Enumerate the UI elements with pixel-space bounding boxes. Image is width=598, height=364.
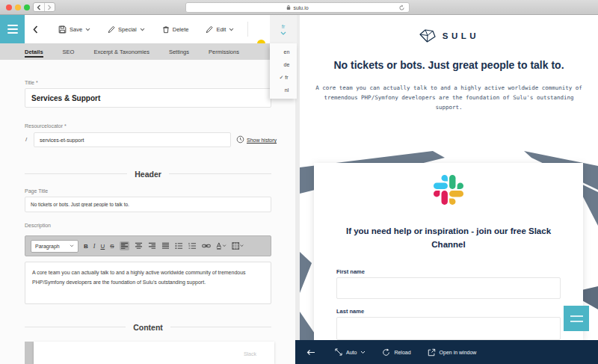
menu-icon[interactable] [0,15,25,43]
back-button[interactable] [33,25,38,34]
language-select[interactable]: fr [270,15,297,43]
preview-page-heading: No tickets or bots. Just great people to… [300,59,598,71]
tab-bar: Details SEO Excerpt & Taxonomies Setting… [0,43,271,60]
first-name-input[interactable] [336,277,561,299]
paragraph-style-label: Paragraph [35,244,60,249]
language-option-fr[interactable]: ✓ fr [270,71,297,84]
content-block[interactable]: Slack [34,342,274,364]
block-type-label: Slack [244,351,256,357]
reload-label: Reload [394,350,410,355]
check-icon: ✓ [278,75,283,81]
chevron-down-icon [229,28,234,31]
language-option-label: en [284,49,290,55]
delete-label: Delete [173,26,189,33]
last-name-input[interactable] [336,317,561,340]
numbered-list-icon[interactable] [188,242,197,250]
header-section-title: Header [135,170,161,179]
device-mode-label: Auto [346,350,357,355]
special-button[interactable]: Special [108,25,145,34]
close-window-icon[interactable] [6,4,12,10]
page-reload-icon[interactable] [398,4,405,11]
language-option-nl[interactable]: nl [270,84,297,96]
language-option-label: de [284,62,290,67]
resourcelocator-label: Resourcelocator * [25,123,67,129]
save-label: Save [70,26,82,33]
tab-details[interactable]: Details [25,43,43,60]
bullet-list-icon[interactable] [175,242,183,250]
delete-button[interactable]: Delete [162,25,189,34]
reload-preview-button[interactable]: Reload [382,348,410,357]
chevron-down-icon [280,31,286,35]
align-justify-icon[interactable] [161,242,170,250]
preview-sidebar-toggle-button[interactable] [564,306,589,331]
language-option-label: fr [285,75,288,80]
maximize-window-icon[interactable] [24,4,30,10]
block-drag-handle[interactable] [25,342,34,364]
preview-pane: SULU No tickets or bots. Just great peop… [295,15,598,364]
slack-section: If you need help or inspiration - join o… [300,151,598,340]
edit-label: Edit [216,26,226,33]
browser-back-icon[interactable] [34,3,44,11]
minimize-window-icon[interactable] [15,4,21,10]
save-button[interactable]: Save [58,25,90,34]
richtext-toolbar: Paragraph B I U S [25,235,271,256]
align-left-icon[interactable] [120,241,129,250]
browser-forward-icon[interactable] [44,3,55,11]
site-logo-text: SULU [443,31,479,40]
link-icon[interactable] [202,243,211,249]
language-option-en[interactable]: en [270,46,297,58]
back-icon [33,25,38,34]
italic-button[interactable]: I [93,243,96,250]
show-history-link[interactable]: Show history [247,138,277,143]
language-menu: en de ✓ fr nl [270,43,297,99]
open-in-window-button[interactable]: Open in window [428,348,477,357]
align-right-icon[interactable] [148,242,156,250]
paragraph-style-select[interactable]: Paragraph [31,240,78,253]
bold-button[interactable]: B [84,243,88,250]
language-option-label: nl [285,87,289,93]
page-title-input[interactable] [25,197,271,212]
strikethrough-button[interactable]: S [110,243,114,250]
edit-button[interactable]: Edit [206,25,234,34]
first-name-label: First name [336,268,365,275]
tab-settings[interactable]: Settings [169,43,189,60]
edit-icon [206,25,213,34]
delete-icon [162,25,170,34]
header-section-divider: Header [25,169,271,179]
preview-toolbar: Auto Reload Open in window [295,340,598,364]
resourcelocator-prefix: / [25,136,27,143]
content-section-title: Content [133,323,163,332]
toolbar-separator [247,22,248,37]
device-mode-select[interactable]: Auto [335,348,366,356]
align-center-icon[interactable] [135,242,143,250]
description-input[interactable]: A core team you can actually talk to and… [25,262,271,304]
underline-button[interactable]: U [100,243,105,250]
title-label: Title * [25,80,38,85]
slack-card-heading: If you need help or inspiration - join o… [329,224,568,252]
collapse-preview-button[interactable] [306,349,315,356]
resourcelocator-input[interactable] [34,132,231,147]
tab-excerpt-taxonomies[interactable]: Excerpt & Taxonomies [93,43,149,60]
url-text: sulu.io [293,5,308,10]
url-bar[interactable]: sulu.io [185,2,410,13]
special-icon [108,25,115,34]
title-input[interactable] [25,88,271,108]
browser-chrome: sulu.io [0,0,598,15]
language-option-de[interactable]: de [270,58,297,71]
browser-nav [33,2,55,12]
tab-permissions[interactable]: Permissions [209,43,239,60]
admin-toolbar: Save Special Delete Edit [0,15,295,43]
table-icon[interactable] [232,242,244,250]
edit-form-pane: Save Special Delete Edit [0,15,295,364]
save-icon [58,25,67,34]
page-title-label: Page Title [25,188,48,194]
open-window-label: Open in window [440,350,477,355]
tab-seo[interactable]: SEO [63,43,75,60]
lock-icon [286,4,291,10]
language-current-label: fr [282,23,286,30]
resize-icon [335,348,342,356]
font-color-icon[interactable] [216,242,226,250]
reload-icon [382,348,390,357]
chevron-down-icon [360,351,366,354]
sulu-logo-icon [419,28,437,43]
